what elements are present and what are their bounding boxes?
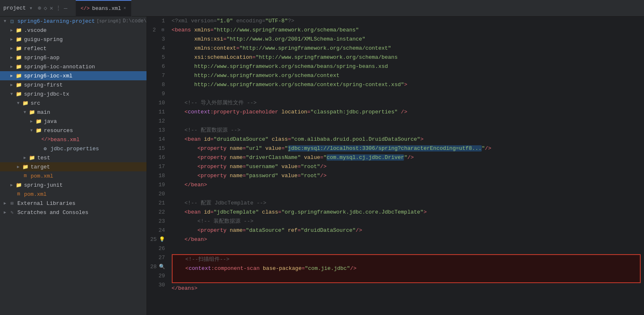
code-line-30: </beans> xyxy=(172,284,641,293)
sidebar-item-external-libraries[interactable]: ▶ ⊞ External Libraries xyxy=(0,199,147,208)
code-area: <?xml version="1.0" encoding="UTF-8"?> <… xyxy=(168,17,644,315)
code-line-18: <property name="password" value="root"/> xyxy=(172,171,641,180)
editor-content[interactable]: 1 2⊟ 3 4 5 6 7 8 9 10 11 12 13 14 15 16 … xyxy=(147,17,644,315)
minimize-icon[interactable]: — xyxy=(64,5,67,12)
line-num-6: 6 xyxy=(150,62,165,71)
item-label: jdbc.properties xyxy=(50,146,99,152)
line-num-12: 12 xyxy=(150,117,165,126)
sidebar-item-vscode[interactable]: ▶ 📁 .vscode xyxy=(0,26,147,35)
code-line-6: http://www.springframework.org/schema/be… xyxy=(172,62,641,71)
line-num-10: 10 xyxy=(150,99,165,108)
sidebar-item-beans-xml[interactable]: </> beans.xml xyxy=(0,135,147,144)
sidebar-item-pom2[interactable]: m pom.xml xyxy=(0,190,147,199)
arrow-icon: ▶ xyxy=(8,37,15,42)
tab-beans-xml[interactable]: </> beans.xml × xyxy=(76,0,132,17)
module-icon: ◫ xyxy=(8,18,16,24)
diamond-icon[interactable]: ◇ xyxy=(43,5,47,12)
line-num-15: 15 xyxy=(150,144,165,153)
code-line-15: <property name="url" value="jdbc:mysql:/… xyxy=(172,144,641,153)
fold-icon[interactable]: ⊟ xyxy=(158,26,164,35)
code-line-5: xsi:schemaLocation="http://www.springfra… xyxy=(172,53,641,62)
sidebar-item-spring6-ioc-annotation[interactable]: ▶ 📁 spring6-ioc-annotation xyxy=(0,62,147,71)
close-icon[interactable]: ✕ xyxy=(50,5,53,12)
sidebar-item-spring6-learning-project[interactable]: ▼ ◫ spring6-learning-project [spring6] D… xyxy=(0,17,147,26)
dropdown-icon[interactable]: ▾ xyxy=(29,5,33,12)
project-label[interactable]: project xyxy=(3,5,26,11)
folder-icon: 📁 xyxy=(15,182,22,188)
arrow-icon: ▶ xyxy=(28,119,35,124)
arrow-icon: ▶ xyxy=(8,73,15,78)
badge-label: [spring6] xyxy=(96,19,121,24)
code-line-12 xyxy=(172,117,641,126)
code-line-10: <!-- 导入外部属性文件 --> xyxy=(172,99,641,108)
sidebar-item-pom1[interactable]: m pom.xml xyxy=(0,171,147,180)
item-label: spring6-aop xyxy=(24,55,60,61)
arrow-icon: ▶ xyxy=(2,210,8,215)
folder-icon: 📁 xyxy=(35,127,42,134)
sidebar-item-scratches[interactable]: ▶ ✎ Scratches and Consoles xyxy=(0,208,147,217)
menu-icon[interactable]: ⋮ xyxy=(55,5,61,12)
item-label: spring-jdbc-tx xyxy=(24,91,69,97)
item-label: pom.xml xyxy=(31,173,53,179)
line-num-9: 9 xyxy=(150,89,165,99)
code-line-27: <!--扫描组件--> xyxy=(173,255,640,264)
sidebar-item-spring-jdbc-tx[interactable]: ▼ 📁 spring-jdbc-tx xyxy=(0,89,147,99)
title-bar: project ▾ ⊕ ◇ ✕ ⋮ — </> beans.xml × xyxy=(0,0,644,17)
sidebar-item-test[interactable]: ▶ 📁 test xyxy=(0,153,147,162)
sidebar-item-main[interactable]: ▼ 📁 main xyxy=(0,108,147,117)
arrow-icon: ▶ xyxy=(15,164,22,169)
line-num-27: 27 xyxy=(150,253,165,262)
globe-icon[interactable]: ⊕ xyxy=(38,5,41,12)
line-num-2: 2⊟ xyxy=(150,26,165,35)
folder-icon: 📁 xyxy=(28,109,36,115)
sidebar-item-spring-junit[interactable]: ▶ 📁 spring-junit xyxy=(0,180,147,190)
arrow-icon: ▶ xyxy=(8,183,15,188)
code-line-9 xyxy=(172,89,641,99)
lib-icon: ⊞ xyxy=(8,200,16,207)
sidebar-item-spring6-ioc-xml[interactable]: ▶ 📁 spring6-ioc-xml xyxy=(0,71,147,80)
arrow-icon: ▶ xyxy=(8,64,15,69)
item-label: spring-junit xyxy=(24,182,63,188)
item-label: spring6-ioc-xml xyxy=(24,73,72,79)
sidebar-content[interactable]: ▼ ◫ spring6-learning-project [spring6] D… xyxy=(0,17,147,315)
folder-icon: 📁 xyxy=(35,118,42,125)
code-line-26 xyxy=(172,244,641,253)
item-label: src xyxy=(31,100,40,106)
line-num-26: 26 xyxy=(150,244,165,253)
arrow-icon: ▶ xyxy=(2,201,8,206)
sidebar-item-reflect[interactable]: ▶ 📁 reflect xyxy=(0,44,147,53)
search-gutter-icon[interactable]: 🔍 xyxy=(159,262,165,272)
sidebar-item-guigu-spring[interactable]: ▶ 📁 guigu-spring xyxy=(0,35,147,44)
line-num-22: 22 xyxy=(150,208,165,217)
sidebar-item-resources[interactable]: ▼ 📁 resources xyxy=(0,126,147,135)
line-num-29: 29 xyxy=(150,272,165,281)
sidebar-item-target[interactable]: ▶ 📁 target xyxy=(0,162,147,171)
sidebar-item-spring-first[interactable]: ▶ 📁 spring-first xyxy=(0,80,147,89)
sidebar-item-spring6-aop[interactable]: ▶ 📁 spring6-aop xyxy=(0,53,147,62)
code-line-19: </bean> xyxy=(172,180,641,190)
tab-close-button[interactable]: × xyxy=(124,6,126,11)
sidebar-item-java[interactable]: ▶ 📁 java xyxy=(0,117,147,126)
line-num-17: 17 xyxy=(150,162,165,171)
tab-bar: </> beans.xml × xyxy=(76,0,132,17)
arrow-icon: ▶ xyxy=(8,55,15,60)
item-label: External Libraries xyxy=(17,200,75,207)
item-label: test xyxy=(37,155,50,161)
folder-icon: 📁 xyxy=(15,27,22,34)
line-num-20: 20 xyxy=(150,190,165,199)
sidebar-item-jdbc-properties[interactable]: ⚙ jdbc.properties xyxy=(0,144,147,153)
sidebar-item-src[interactable]: ▼ 📁 src xyxy=(0,99,147,108)
code-line-23: <!-- 装配数据源 --> xyxy=(172,217,641,226)
item-label: resources xyxy=(44,127,73,134)
bulb-icon[interactable]: 💡 xyxy=(159,235,165,244)
code-line-13: <!-- 配置数据源 --> xyxy=(172,126,641,135)
line-numbers: 1 2⊟ 3 4 5 6 7 8 9 10 11 12 13 14 15 16 … xyxy=(147,17,168,315)
code-line-29 xyxy=(173,273,640,282)
line-num-7: 7 xyxy=(150,71,165,80)
code-line-14: <bean id="druidDataSource" class="com.al… xyxy=(172,135,641,144)
arrow-icon: ▶ xyxy=(22,155,28,160)
line-num-14: 14 xyxy=(150,135,165,144)
code-line-7: http://www.springframework.org/schema/co… xyxy=(172,71,641,80)
folder-icon: 📁 xyxy=(22,100,29,106)
red-box-region: <!--扫描组件--> <context:component-scan base… xyxy=(172,254,641,283)
